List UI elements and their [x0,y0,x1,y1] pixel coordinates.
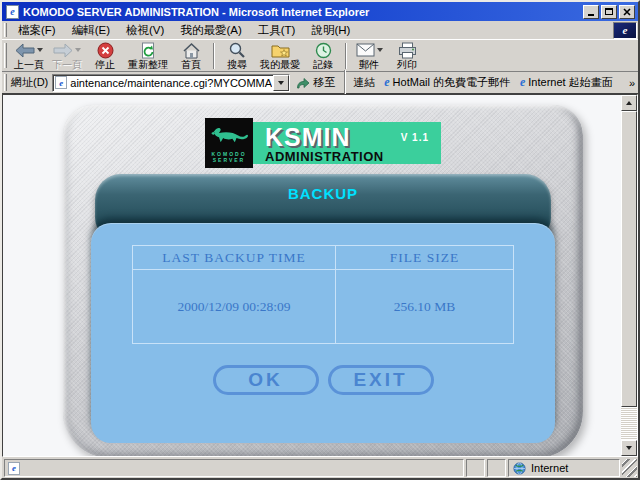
globe-icon [513,462,526,475]
toolbar: 上一頁 下一頁 停止 重新整理 首頁 [2,40,638,72]
resize-grip[interactable] [622,459,637,477]
browser-window: e KOMODO SERVER ADMINISTRATION - Microso… [0,0,640,480]
scroll-up-button[interactable] [621,95,637,111]
vertical-scrollbar[interactable] [621,95,637,456]
ok-button[interactable]: OK [213,365,319,395]
forward-button[interactable]: 下一頁 [48,41,86,71]
ie-page-icon: e [6,5,19,19]
maximize-icon [605,8,613,15]
stop-button[interactable]: 停止 [86,41,124,71]
ie-e-glyph: e [623,24,628,36]
link-internet-start[interactable]: e Internet 起始畫面 [515,75,618,90]
home-label: 首頁 [181,59,201,70]
status-bar: e Internet [2,457,638,478]
ie-e-glyph: e [59,78,63,88]
refresh-button[interactable]: 重新整理 [124,41,172,71]
stop-icon [97,42,114,59]
triangle-down-icon [626,446,632,450]
address-input[interactable] [69,77,273,89]
addressbar-grip[interactable] [4,74,7,91]
menu-help[interactable]: 說明(H) [303,23,358,38]
ie-e-glyph: e [12,463,16,473]
print-button[interactable]: 列印 [388,41,426,71]
device-screen: LAST BACKUP TIME FILE SIZE 2000/12/09 00… [91,223,555,443]
ie-e-glyph: e [384,75,389,90]
zone-label: Internet [531,462,568,474]
link-label: HotMail 的免費電子郵件 [393,75,510,90]
menu-edit[interactable]: 編輯(E) [64,23,118,38]
menu-view[interactable]: 檢視(V) [118,23,172,38]
home-button[interactable]: 首頁 [172,41,210,71]
toolbar-grip[interactable] [4,43,7,68]
history-label: 記錄 [313,59,333,70]
chevron-down-icon [278,81,284,85]
history-button[interactable]: 記錄 [304,41,342,71]
maximize-button[interactable] [601,5,617,19]
go-button[interactable]: 移至 [290,75,341,90]
menu-tools[interactable]: 工具(T) [250,23,304,38]
address-dropdown-button[interactable] [273,75,289,91]
mail-dropdown-icon [377,48,383,52]
title-bar[interactable]: e KOMODO SERVER ADMINISTRATION - Microso… [2,2,638,21]
forward-label: 下一頁 [52,59,82,70]
search-icon [228,41,246,59]
refresh-icon [140,42,156,59]
addressbar-separator [344,70,346,96]
page-title: BACKUP [95,185,551,202]
print-label: 列印 [397,59,417,70]
menu-favorites[interactable]: 我的最愛(A) [172,23,249,38]
stop-label: 停止 [95,59,115,70]
link-label: Internet 起始畫面 [528,75,612,90]
favorites-button[interactable]: 我的最愛 [256,41,304,71]
menubar-grip[interactable] [4,23,7,37]
mail-icon [356,43,375,57]
history-icon [315,42,332,59]
link-hotmail[interactable]: e HotMail 的免費電子郵件 [379,75,515,90]
triangle-up-icon [626,101,632,105]
home-icon [182,42,201,59]
column-last-backup-time: LAST BACKUP TIME [133,246,336,270]
menu-file[interactable]: 檔案(F) [10,23,64,38]
scrollbar-thumb[interactable] [621,111,637,407]
table-row: 2000/12/09 00:28:09 256.10 MB [133,270,514,344]
mail-button[interactable]: 郵件 [350,41,388,71]
backup-table: LAST BACKUP TIME FILE SIZE 2000/12/09 00… [132,245,514,344]
ie-e-glyph: e [10,7,14,17]
back-arrow-icon [15,43,35,58]
scroll-down-button[interactable] [621,440,637,456]
back-button[interactable]: 上一頁 [10,41,48,71]
links-overflow-chevron[interactable]: » [629,77,634,89]
action-buttons: OK EXIT [91,365,555,395]
table-header-row: LAST BACKUP TIME FILE SIZE [133,246,514,270]
status-pane-small-1 [466,459,485,477]
close-button[interactable] [619,5,635,19]
ksmin-logo: KOMODO SERVER KSMIN V 1.1 ADMINISTRATION [205,118,441,168]
window-title: KOMODO SERVER ADMINISTRATION - Microsoft… [23,6,583,18]
app-subtitle: ADMINISTRATION [265,150,441,164]
ie-page-icon: e [8,462,20,475]
ie-logo-throbber: e [613,22,637,39]
search-button[interactable]: 搜尋 [218,41,256,71]
status-pane-zone: Internet [508,459,620,477]
forward-arrow-icon [53,43,73,58]
back-label: 上一頁 [14,59,44,70]
window-controls [583,5,635,19]
address-label: 網址(D) [10,75,52,90]
app-name: KSMIN [265,125,351,149]
mail-label: 郵件 [359,59,379,70]
toolbar-separator [345,43,347,69]
ie-page-icon: e [55,76,67,89]
last-backup-time-value: 2000/12/09 00:28:09 [133,270,336,344]
exit-button[interactable]: EXIT [328,365,434,395]
menu-bar: 檔案(F) 編輯(E) 檢視(V) 我的最愛(A) 工具(T) 說明(H) e [2,21,638,40]
minimize-button[interactable] [583,5,599,19]
column-file-size: FILE SIZE [336,246,514,270]
favorites-icon [271,42,290,58]
status-pane-main: e [4,459,464,477]
komodo-brand-line2: SERVER [213,157,245,163]
komodo-dragon-icon [209,125,249,151]
komodo-logo-box: KOMODO SERVER [205,118,253,168]
close-icon [623,8,631,16]
address-bar: 網址(D) e 移至 連結 e HotMail 的免費電子郵件 e Intern… [2,72,638,94]
address-combobox: e [52,74,290,92]
